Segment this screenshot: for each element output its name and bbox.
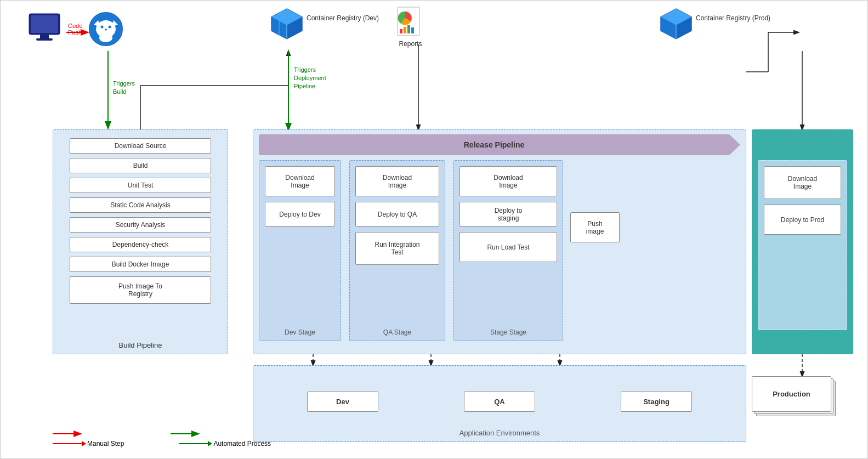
github-icon: ⬤ — [88, 12, 127, 50]
prod-section-box: DownloadImage Deploy to Prod — [752, 129, 853, 354]
step-download-stage: DownloadImage — [459, 166, 557, 196]
step-integration-test: Run IntegrationTest — [355, 232, 439, 265]
stage-stage-box: DownloadImage Deploy tostaging Run Load … — [453, 160, 563, 341]
legend-manual-label: Manual Step — [87, 440, 124, 447]
step-download-qa: DownloadImage — [355, 166, 439, 196]
build-pipeline-label: Build Pipeline — [53, 341, 228, 349]
step-deploy-qa: Deploy to QA — [355, 202, 439, 226]
step-download-prod: DownloadImage — [764, 166, 841, 199]
step-download-dev: DownloadImage — [265, 166, 335, 196]
step-load-test: Run Load Test — [459, 232, 557, 262]
svg-rect-51 — [404, 27, 406, 33]
reports-icon: Reports — [395, 6, 426, 41]
container-registry-prod-icon: Container Registry (Prod) — [659, 6, 694, 43]
step-build: Build — [70, 158, 211, 173]
step-dependency: Dependency-check — [70, 237, 211, 252]
computer-icon — [28, 12, 66, 50]
svg-text:Triggers: Triggers — [113, 80, 135, 87]
app-environments-box: Dev QA Staging Application Environments — [253, 365, 746, 442]
svg-point-37 — [101, 26, 104, 29]
dev-stage-label: Dev Stage — [259, 328, 341, 336]
step-docker: Build Docker Image — [70, 257, 211, 272]
env-qa: QA — [464, 392, 535, 412]
svg-point-38 — [109, 26, 111, 29]
qa-stage-label: QA Stage — [350, 328, 445, 336]
svg-rect-50 — [400, 29, 402, 33]
build-pipeline-box: Download Source Build Unit Test Static C… — [53, 129, 228, 354]
step-download-source: Download Source — [70, 138, 211, 154]
svg-text:Pipeline: Pipeline — [294, 83, 315, 89]
svg-text:Triggers: Triggers — [294, 66, 316, 73]
stage-stage-label: Stage Stage — [454, 328, 563, 336]
env-dev: Dev — [307, 392, 378, 412]
svg-rect-30 — [36, 38, 53, 41]
svg-point-40 — [99, 33, 112, 42]
app-environments-label: Application Environments — [253, 429, 746, 437]
container-registry-prod-label: Container Registry (Prod) — [696, 14, 770, 22]
step-deploy-dev: Deploy to Dev — [265, 202, 335, 226]
release-pipeline-outer: Release Pipeline DownloadImage Deploy to… — [253, 129, 746, 354]
svg-text:Push: Push — [68, 29, 82, 36]
svg-rect-52 — [407, 25, 410, 33]
reports-label: Reports — [395, 40, 426, 48]
svg-text:Deployment: Deployment — [294, 75, 326, 81]
step-static-code: Static Code Analysis — [70, 197, 211, 213]
container-registry-dev-label: Container Registry (Dev) — [307, 14, 379, 22]
step-push-image: Pushimage — [570, 212, 620, 242]
svg-rect-28 — [31, 15, 58, 33]
step-deploy-prod: Deploy to Prod — [764, 205, 841, 235]
step-push-registry: Push Image ToRegistry — [70, 276, 211, 304]
svg-rect-53 — [411, 27, 414, 33]
release-pipeline-label: Release Pipeline — [464, 140, 525, 149]
svg-text:Code: Code — [68, 22, 82, 29]
legend: Manual Step Automated Process — [53, 440, 271, 447]
legend-manual: Manual Step — [53, 440, 124, 447]
svg-rect-29 — [40, 35, 49, 38]
dev-stage-box: DownloadImage Deploy to Dev Dev Stage — [259, 160, 341, 341]
svg-text:Build: Build — [113, 88, 126, 95]
step-security: Security Analysis — [70, 217, 211, 233]
container-registry-dev-icon: Container Registry (Dev) — [269, 6, 305, 43]
release-pipeline-bar: Release Pipeline — [259, 134, 729, 155]
step-deploy-staging: Deploy tostaging — [459, 202, 557, 226]
production-stack: Production — [752, 376, 839, 431]
release-bar-arrow — [729, 134, 740, 155]
legend-automated-label: Automated Process — [213, 440, 271, 447]
legend-automated: Automated Process — [179, 440, 271, 447]
env-staging: Staging — [621, 392, 692, 412]
production-label: Production — [773, 390, 810, 398]
step-unit-test: Unit Test — [70, 178, 211, 193]
push-image-area: Pushimage — [570, 212, 620, 242]
svg-point-39 — [105, 29, 107, 31]
qa-stage-box: DownloadImage Deploy to QA Run Integrati… — [349, 160, 445, 341]
diagram-container: Code Push Triggers Build Triggers Deploy… — [0, 0, 868, 459]
